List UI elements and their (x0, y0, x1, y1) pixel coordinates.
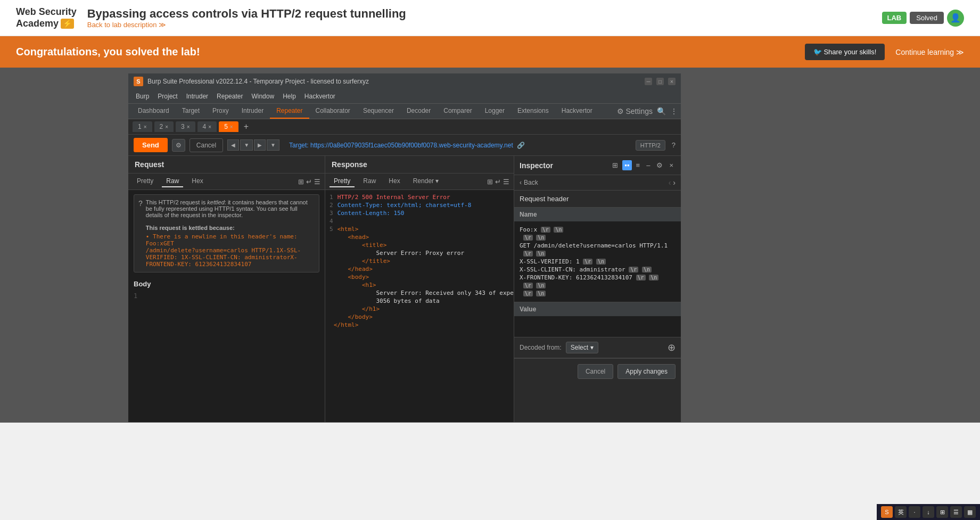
resp-menu-icon[interactable]: ☰ (503, 178, 509, 186)
resp-wrap-icon[interactable]: ⊞ (487, 178, 493, 186)
rep-tab-add[interactable]: + (241, 122, 252, 131)
insp-close-icon[interactable]: × (667, 160, 676, 170)
send-button[interactable]: Send (134, 138, 168, 152)
nav-target[interactable]: Target (176, 104, 206, 119)
rep-tab-4[interactable]: 4 × (197, 121, 217, 132)
resp-line-9: </title> (330, 257, 509, 265)
select-dropdown[interactable]: Select ▾ (566, 342, 598, 353)
cancel-footer-button[interactable]: Cancel (578, 364, 613, 379)
nav-hackvertor[interactable]: Hackvertor (555, 104, 599, 119)
send-options-button[interactable]: ⚙ (172, 139, 185, 152)
prev-arrow-2[interactable]: ▼ (240, 139, 253, 151)
insp-next-arrow[interactable]: › (673, 178, 676, 187)
burp-menubar: Burp Project Intruder Repeater Window He… (128, 89, 681, 104)
warning-icon: ? (138, 199, 143, 268)
resp-text-12: <h1> (334, 282, 376, 288)
add-icon[interactable]: ⊕ (668, 342, 676, 353)
wrap-icon[interactable]: ⊞ (298, 178, 304, 186)
resp-line-14: 3056 bytes of data (330, 297, 509, 305)
newline-icon[interactable]: ↵ (306, 178, 312, 186)
nav-extensions[interactable]: Extensions (511, 104, 555, 119)
resp-newline-icon[interactable]: ↵ (495, 178, 501, 186)
rep-tab-3[interactable]: 3 × (176, 121, 195, 132)
insp-icon-split[interactable]: ▪▪ (622, 160, 631, 170)
resp-tab-hex[interactable]: Hex (384, 176, 404, 187)
insp-icon-list[interactable]: ≡ (634, 160, 643, 170)
resp-line-15: </h1> (330, 305, 509, 313)
next-arrow-2[interactable]: ▼ (267, 139, 279, 151)
settings-icon[interactable]: ⚙ Settings (617, 107, 653, 115)
resp-panel-tab-icons: ⊞ ↵ ☰ (487, 178, 509, 186)
req-tab-raw[interactable]: Raw (162, 176, 183, 187)
repeater-tabs: 1 × 2 × 3 × 4 × 5 × + (128, 119, 681, 135)
resp-line-6: <head> (330, 233, 509, 241)
nav-dashboard[interactable]: Dashboard (131, 104, 176, 119)
select-label: Select (571, 344, 588, 351)
nav-proxy[interactable]: Proxy (206, 104, 235, 119)
cancel-button[interactable]: Cancel (190, 138, 223, 152)
resp-tab-raw[interactable]: Raw (359, 176, 380, 187)
insp-prev-arrow[interactable]: ‹ (669, 178, 671, 187)
maximize-button[interactable]: □ (656, 78, 664, 85)
nav-logger[interactable]: Logger (479, 104, 511, 119)
resp-line-4: 4 (330, 217, 509, 225)
nav-decoder[interactable]: Decoder (400, 104, 437, 119)
close-button[interactable]: × (668, 78, 676, 85)
continue-link[interactable]: Continue learning ≫ (895, 48, 964, 56)
nav-comparer[interactable]: Comparer (437, 104, 478, 119)
body-section: Body 1 (134, 277, 319, 301)
rep-tab-5[interactable]: 5 × (219, 121, 238, 132)
minimize-button[interactable]: ─ (645, 78, 652, 85)
request-panel: Request Pretty Raw Hex ⊞ ↵ ☰ ? This HTTP… (128, 156, 325, 422)
menu-project[interactable]: Project (153, 90, 182, 102)
apply-changes-button[interactable]: Apply changes (617, 364, 676, 379)
resp-line-1: 1 HTTP/2 500 Internal Server Error (330, 193, 509, 201)
name-line-9: \r \n (520, 290, 676, 298)
next-arrow[interactable]: ▶ (254, 139, 266, 151)
target-label-text: Target: (289, 142, 310, 149)
value-input-area[interactable] (514, 316, 681, 337)
prev-arrow[interactable]: ◀ (227, 139, 239, 151)
resp-text-10: </head> (334, 266, 373, 273)
nav-sequencer[interactable]: Sequencer (357, 104, 400, 119)
search-icon[interactable]: 🔍 (657, 107, 666, 115)
resp-text-5: <html> (337, 226, 359, 233)
resp-tab-pretty[interactable]: Pretty (330, 176, 355, 187)
rep-tab-1[interactable]: 1 × (133, 121, 152, 132)
req-tab-hex[interactable]: Hex (187, 176, 207, 187)
share-button[interactable]: 🐦 Share your skills! (805, 44, 885, 60)
menu-icon[interactable]: ☰ (314, 178, 320, 186)
name-line-2: \r \n (520, 234, 676, 242)
menu-intruder[interactable]: Intruder (182, 90, 212, 102)
nav-collaborator[interactable]: Collaborator (309, 104, 357, 119)
menu-repeater[interactable]: Repeater (212, 90, 247, 102)
logo-bolt: ⚡ (61, 19, 74, 29)
resp-text-8: Server Error: Proxy error (334, 250, 464, 257)
menu-help[interactable]: Help (278, 90, 300, 102)
req-tab-pretty[interactable]: Pretty (133, 176, 158, 187)
menu-burp[interactable]: Burp (131, 90, 153, 102)
back-button[interactable]: ‹ Back (520, 179, 538, 186)
name-line-6: X-SSL-CLIENT-CN: administrator \r \n (520, 266, 676, 274)
rep-tab-2[interactable]: 2 × (154, 121, 174, 132)
logo-text: Academy (16, 18, 59, 30)
nav-repeater[interactable]: Repeater (270, 104, 309, 119)
more-icon[interactable]: ⋮ (670, 107, 678, 115)
help-icon[interactable]: ? (672, 141, 676, 149)
resp-tab-render[interactable]: Render ▾ (409, 176, 443, 187)
user-avatar[interactable]: 👤 (947, 10, 964, 27)
logo-line2: Academy ⚡ (16, 18, 77, 30)
insp-icon-settings[interactable]: ⚙ (654, 160, 665, 170)
resp-text-6: <head> (334, 234, 369, 241)
link-icon[interactable]: 🔗 (517, 142, 525, 149)
insp-icon-minus[interactable]: – (644, 160, 652, 170)
resp-text-2: Content-Type: text/html; charset=utf-8 (337, 202, 472, 209)
name-line-1: Foo:x \r \n (520, 226, 676, 234)
panel-tab-icons: ⊞ ↵ ☰ (298, 178, 320, 186)
insp-icon-grid[interactable]: ⊞ (610, 160, 620, 170)
menu-hackvertor[interactable]: Hackvertor (300, 90, 340, 102)
nav-intruder[interactable]: Intruder (235, 104, 270, 119)
menu-window[interactable]: Window (247, 90, 278, 102)
resp-text-15: </h1> (334, 306, 380, 312)
back-to-lab-link[interactable]: Back to lab description ≫ (87, 21, 166, 29)
